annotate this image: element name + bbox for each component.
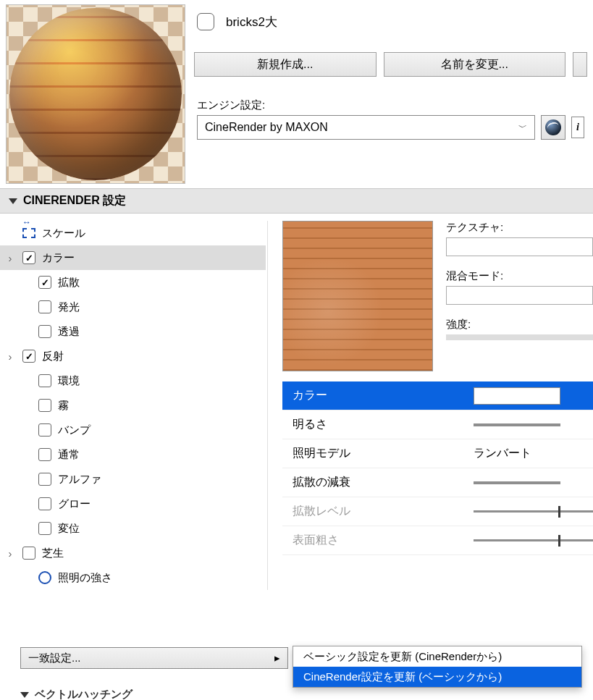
- diff-level-slider: [474, 506, 560, 518]
- popup-item-update-basic[interactable]: ベーシック設定を更新 (CineRenderから): [293, 646, 581, 667]
- checkbox-off-icon[interactable]: [38, 497, 51, 510]
- tree-row-illumination[interactable]: 照明の強さ: [0, 565, 266, 590]
- vector-hatching-section-header[interactable]: ベクトルハッチング: [20, 688, 133, 700]
- engine-block: エンジン設定: CineRender by MAXON ﹀ i: [194, 98, 587, 140]
- button-truncated[interactable]: [573, 52, 587, 77]
- tree-label: スケール: [42, 227, 85, 240]
- falloff-slider[interactable]: [474, 481, 560, 484]
- tree-label: 環境: [58, 374, 80, 388]
- match-settings-button[interactable]: 一致設定... ▸: [20, 647, 288, 669]
- checkbox-off-icon[interactable]: [38, 325, 51, 338]
- cinerender-section-header[interactable]: CINERENDER 設定: [0, 188, 593, 214]
- texture-label: テクスチャ:: [446, 221, 593, 235]
- submenu-arrow-icon: ▸: [274, 651, 280, 665]
- light-icon: [38, 571, 51, 584]
- tree-label: 霧: [58, 399, 69, 413]
- new-button[interactable]: 新規作成...: [194, 52, 377, 77]
- strength-field: 強度:: [446, 318, 593, 340]
- chevron-down-icon: ﹀: [518, 122, 527, 134]
- tree-row-scale[interactable]: スケール: [0, 221, 266, 245]
- tree-label: 芝生: [42, 547, 64, 560]
- tree-label: 照明の強さ: [58, 571, 112, 585]
- channel-settings-panel: テクスチャ: 混合モード: 強度: カラー 明るさ: [282, 221, 593, 590]
- tree-row-diffuse[interactable]: 拡散: [0, 270, 266, 295]
- cinerender-body: スケール › カラー 拡散 発光 透過 › 反射: [0, 214, 593, 590]
- roughness-slider: [474, 535, 560, 547]
- strength-label: 強度:: [446, 318, 593, 332]
- engine-info-button[interactable]: [541, 115, 565, 140]
- texture-input[interactable]: [446, 237, 593, 256]
- material-preview-sphere: [9, 8, 182, 180]
- tree-row-color[interactable]: › カラー: [0, 245, 266, 270]
- prop-row-brightness[interactable]: 明るさ: [282, 410, 593, 439]
- color-swatch[interactable]: [474, 387, 560, 405]
- vector-hatching-title: ベクトルハッチング: [35, 688, 133, 700]
- expander-icon[interactable]: ›: [4, 350, 16, 363]
- checkbox-off-icon[interactable]: [38, 448, 51, 461]
- tree-label: グロー: [58, 497, 91, 511]
- checkbox-off-icon[interactable]: [38, 522, 51, 535]
- texture-block: テクスチャ: 混合モード: 強度:: [282, 221, 593, 371]
- popup-item-update-cinerender[interactable]: CineRender設定を更新 (ベーシックから): [293, 667, 581, 687]
- cinema4d-icon: [545, 119, 561, 135]
- checkbox-off-icon[interactable]: [38, 399, 51, 412]
- material-name-row: bricks2大: [194, 4, 587, 30]
- checkbox-off-icon[interactable]: [38, 423, 51, 437]
- tree-label: 透過: [58, 325, 80, 339]
- material-header-area: bricks2大 新規作成... 名前を変更... エンジン設定: CineRe…: [0, 0, 593, 188]
- expander-icon[interactable]: ›: [4, 252, 16, 264]
- strength-slider[interactable]: [446, 334, 593, 340]
- engine-row: CineRender by MAXON ﹀ i: [197, 115, 584, 140]
- material-preview: [6, 4, 185, 184]
- prop-label: カラー: [293, 388, 474, 403]
- checkbox-off-icon[interactable]: [22, 547, 35, 560]
- prop-row-model[interactable]: 照明モデル ランバート: [282, 439, 593, 468]
- prop-row-color[interactable]: カラー: [282, 381, 593, 410]
- scale-icon: [22, 228, 35, 238]
- blend-mode-label: 混合モード:: [446, 269, 593, 283]
- texture-fields: テクスチャ: 混合モード: 強度:: [446, 221, 593, 371]
- checkbox-off-icon[interactable]: [38, 300, 51, 313]
- tree-row-environment[interactable]: 環境: [0, 368, 266, 393]
- prop-label: 照明モデル: [293, 446, 474, 461]
- prop-value[interactable]: ランバート: [474, 446, 583, 461]
- tree-label: アルファ: [58, 473, 101, 486]
- tree-row-displacement[interactable]: 変位: [0, 516, 266, 541]
- texture-preview[interactable]: [282, 221, 433, 371]
- prop-label: 拡散レベル: [293, 504, 474, 519]
- blend-mode-field: 混合モード:: [446, 269, 593, 305]
- tree-row-fog[interactable]: 霧: [0, 393, 266, 418]
- match-settings-label: 一致設定...: [28, 651, 81, 665]
- tree-label: バンプ: [58, 423, 91, 437]
- material-enabled-checkbox[interactable]: [197, 13, 214, 30]
- tree-label: 変位: [58, 522, 80, 536]
- blend-mode-input[interactable]: [446, 286, 593, 305]
- checkbox-on-icon[interactable]: [22, 251, 35, 264]
- material-action-buttons: 新規作成... 名前を変更...: [194, 52, 587, 77]
- tree-row-grass[interactable]: › 芝生: [0, 541, 266, 565]
- tree-row-alpha[interactable]: アルファ: [0, 467, 266, 492]
- prop-row-falloff[interactable]: 拡散の減衰: [282, 468, 593, 497]
- tree-row-normal[interactable]: 通常: [0, 442, 266, 467]
- tree-row-reflection[interactable]: › 反射: [0, 344, 266, 368]
- checkbox-on-icon[interactable]: [22, 350, 35, 363]
- texture-field: テクスチャ:: [446, 221, 593, 256]
- tree-row-bump[interactable]: バンプ: [0, 418, 266, 442]
- match-settings-popup: ベーシック設定を更新 (CineRenderから) CineRender設定を更…: [293, 646, 582, 688]
- tree-label: 通常: [58, 448, 80, 462]
- tree-label: カラー: [42, 251, 75, 265]
- tree-row-luminance[interactable]: 発光: [0, 295, 266, 319]
- tree-row-transparency[interactable]: 透過: [0, 319, 266, 344]
- checkbox-on-icon[interactable]: [38, 276, 51, 289]
- expander-icon[interactable]: ›: [4, 547, 16, 560]
- material-name-text[interactable]: bricks2大: [223, 14, 277, 30]
- brightness-slider[interactable]: [474, 423, 560, 426]
- engine-i-button[interactable]: i: [571, 117, 584, 138]
- checkbox-off-icon[interactable]: [38, 473, 51, 486]
- checkbox-off-icon[interactable]: [38, 374, 51, 387]
- color-property-list: カラー 明るさ 照明モデル ランバート 拡散の減衰 拡散レベル: [282, 381, 593, 555]
- rename-button[interactable]: 名前を変更...: [384, 52, 566, 77]
- engine-select[interactable]: CineRender by MAXON ﹀: [197, 115, 535, 140]
- tree-label: 発光: [58, 300, 80, 314]
- tree-row-glow[interactable]: グロー: [0, 492, 266, 516]
